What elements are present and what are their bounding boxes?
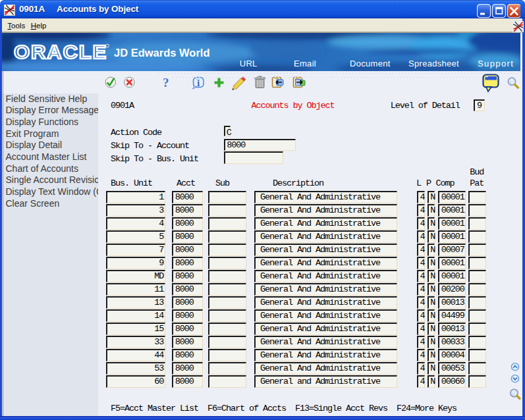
svg-text:ORACLE: ORACLE <box>14 41 107 62</box>
svg-text:Email: Email <box>294 59 316 68</box>
svg-text:URL: URL <box>240 59 258 68</box>
svg-text:Support: Support <box>478 59 514 68</box>
svg-text:JD Edwards World: JD Edwards World <box>114 47 209 59</box>
svg-text:i: i <box>197 78 200 88</box>
svg-text:Spreadsheet: Spreadsheet <box>408 59 459 68</box>
svg-text:Document: Document <box>350 59 391 68</box>
svg-text:?: ? <box>163 76 169 90</box>
